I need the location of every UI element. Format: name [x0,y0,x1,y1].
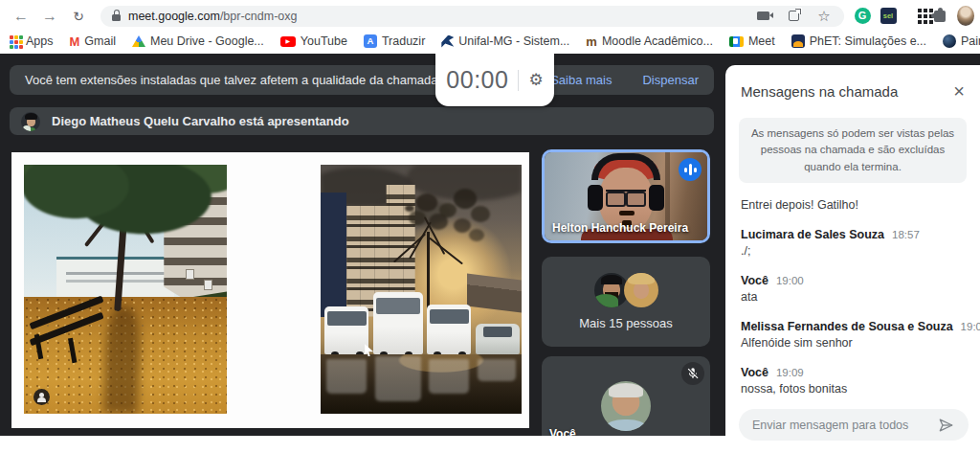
chat-message: Você19:00 ata [741,274,965,304]
gmail-icon: M [70,34,80,49]
grid-extension-icon[interactable] [905,8,923,25]
browser-toolbar: ← → ↻ meet.google.com/bpr-cndm-oxg ☆ G s… [0,0,980,29]
meeting-timer-card: 00:00 ⚙ [435,54,554,106]
extensions-puzzle-icon[interactable] [931,8,948,25]
you-name: Você [549,427,576,436]
extensions-warning-banner: Você tem extensões instaladas que talvez… [10,65,714,95]
reload-button[interactable]: ↻ [69,7,88,26]
bottom-strip [0,436,725,453]
photo-tree-canopy [24,165,227,282]
presenting-text: Diego Matheus Quelu Carvalho está aprese… [52,114,349,128]
tile-active-speaker[interactable]: Helton Hanchuck Pereira [542,149,710,243]
presenter-avatar [21,112,40,131]
photo-shed-roof [467,274,522,313]
bookmark-apps[interactable]: Apps [10,34,54,48]
chat-message: Lucimara de Sales Souza18:57 ./; [741,228,965,258]
photo-reflection [326,359,367,394]
chat-title: Mensagens na chamada [741,83,953,100]
forward-button[interactable]: → [40,7,59,26]
bookmark-youtube[interactable]: ▶YouTube [280,34,347,48]
screenshot-root: ← → ↻ meet.google.com/bpr-cndm-oxg ☆ G s… [0,0,980,453]
message-sender: Lucimara de Sales Souza [741,228,884,241]
unifal-icon [441,35,454,48]
message-time: 19:09 [776,367,804,378]
message-sender: Você [741,366,768,379]
close-icon[interactable]: × [953,81,965,101]
share-icon[interactable] [785,8,802,25]
participant-avatar [624,273,658,307]
grammarly-extension-icon[interactable]: G [854,8,871,25]
you-avatar [601,381,651,431]
timer-value: 00:00 [446,66,508,94]
bookmarks-bar: Apps MGmail Meu Drive - Google... ▶YouTu… [0,29,980,54]
address-bar[interactable]: meet.google.com/bpr-cndm-oxg ☆ [100,6,844,27]
presentation-photo-vans-sunset [321,165,522,414]
in-call-messages-panel: Mensagens na chamada × As mensagens só p… [725,65,980,453]
presentation-photo-courtyard [24,165,227,414]
back-button[interactable]: ← [11,7,31,26]
bookmark-translate[interactable]: ATraduzir [364,34,425,48]
message-time: 19:01 [961,321,980,332]
audio-activity-icon [679,158,702,181]
timer-settings-gear-icon[interactable]: ⚙ [528,72,543,88]
dismiss-link[interactable]: Dispensar [642,73,699,87]
learn-more-link[interactable]: Saiba mais [550,73,612,87]
chat-message: Você19:09 nossa, fotos bonitas [741,366,965,396]
chat-message: Entrei depois! Gatilho! [741,198,965,212]
sel-extension-icon[interactable]: sel [880,8,897,25]
photo-reflection [375,356,421,401]
bookmark-tinkercad[interactable]: Painel | Tinkercad [943,34,980,48]
url-domain: meet.google.com [128,10,220,23]
speaker-glasses [606,190,646,203]
message-time: 18:57 [892,229,920,240]
moodle-icon: m [586,35,597,48]
mic-muted-icon [681,362,704,385]
camera-indicator-icon[interactable] [754,8,771,25]
profile-avatar[interactable] [957,8,974,25]
tile-more-people[interactable]: Mais 15 pessoas [542,257,710,347]
phet-icon [791,34,805,48]
lock-icon[interactable] [112,14,121,21]
extensions-row: G sel [854,8,974,25]
drive-icon [132,35,145,47]
message-sender: Você [741,274,768,287]
bookmark-gmail[interactable]: MGmail [70,34,117,49]
url-path: /bpr-cndm-oxg [220,10,298,23]
chat-input-bar [739,409,969,441]
url-text: meet.google.com/bpr-cndm-oxg [128,10,741,23]
timer-divider [518,70,519,91]
chat-message: Melissa Fernandes de Sousa e Souza19:01 … [741,320,965,350]
bookmark-phet[interactable]: PhET: Simulações e... [791,34,926,48]
more-people-label: Mais 15 pessoas [579,316,673,330]
chat-privacy-notice: As mensagens só podem ser vistas pelas p… [739,118,967,183]
photo-van [324,306,368,353]
photo-van [373,292,424,354]
bookmark-moodle[interactable]: mMoodle Acadêmico... [586,34,713,48]
tinkercad-icon [943,34,956,48]
speaker-name: Helton Hanchuck Pereira [552,221,688,235]
chat-message-list: Entrei depois! Gatilho! Lucimara de Sale… [725,183,980,396]
photo-van [427,305,471,354]
translate-icon: A [364,34,377,48]
message-sender: Melissa Fernandes de Sousa e Souza [741,320,953,333]
bookmark-star-icon[interactable]: ☆ [815,8,833,25]
send-message-icon[interactable] [936,415,957,436]
tile-you[interactable]: Você [542,356,710,436]
presenting-banner: Diego Matheus Quelu Carvalho está aprese… [10,107,714,135]
bookmark-meet[interactable]: Meet [729,34,775,48]
chat-header: Mensagens na chamada × [725,65,980,106]
youtube-icon: ▶ [280,36,296,47]
chat-message-input[interactable] [750,418,928,433]
photo-car [476,324,520,353]
meet-icon [729,36,744,47]
photo-reflection [478,359,516,381]
photo-navy-building [321,193,346,317]
presentation-slide [11,152,529,428]
bookmark-unifal[interactable]: Unifal-MG - Sistem... [441,34,569,48]
instagram-profile-badge-icon [33,389,50,405]
message-time: 19:00 [776,275,804,286]
photo-photographer-shadow [103,306,142,414]
photo-reflection [429,359,469,394]
bookmark-drive[interactable]: Meu Drive - Google... [132,34,264,48]
